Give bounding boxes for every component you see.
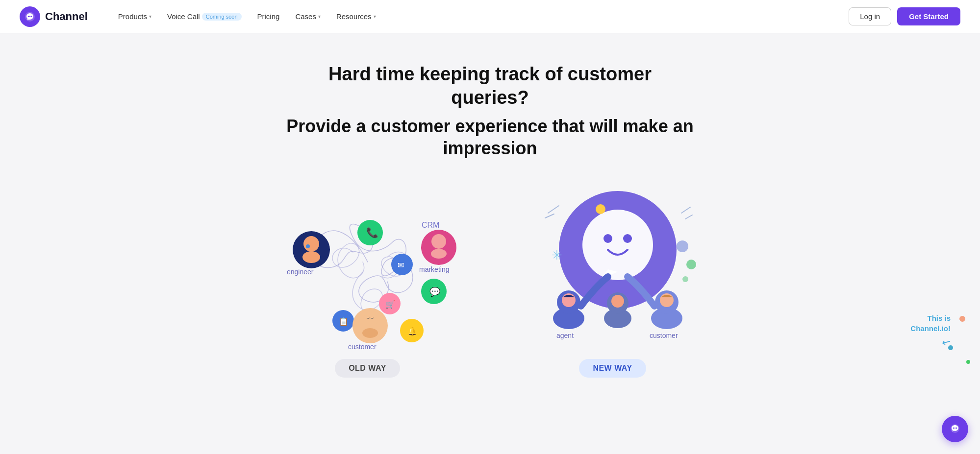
- illustrations-section: CRM 📞 ✉ 💬 🛒 📋 🔔: [0, 159, 980, 397]
- svg-point-26: [431, 249, 447, 259]
- old-way-badge: OLD WAY: [335, 359, 400, 378]
- decorative-dot-pink: [959, 316, 965, 322]
- nav-item-voice-call[interactable]: Voice Call Coming soon: [160, 8, 249, 24]
- svg-text:🔔: 🔔: [407, 327, 417, 336]
- svg-point-36: [677, 240, 688, 252]
- svg-point-56: [955, 428, 955, 429]
- new-way-diagram: ✳: [510, 174, 716, 350]
- chevron-down-icon: ▾: [374, 14, 376, 19]
- svg-text:CRM: CRM: [422, 221, 439, 229]
- svg-text:✉: ✉: [398, 261, 404, 269]
- login-button[interactable]: Log in: [849, 7, 891, 25]
- svg-point-55: [953, 428, 954, 429]
- svg-text:customer: customer: [348, 343, 377, 350]
- nav-links: Products ▾ Voice Call Coming soon Pricin…: [111, 8, 849, 24]
- svg-point-6: [302, 251, 320, 263]
- svg-point-2: [29, 16, 30, 17]
- svg-point-57: [956, 428, 957, 429]
- svg-line-50: [548, 206, 559, 213]
- nav-item-pricing[interactable]: Pricing: [251, 8, 287, 24]
- nav-actions: Log in Get Started: [849, 7, 960, 25]
- svg-point-32: [603, 234, 612, 243]
- nav-item-products[interactable]: Products ▾: [111, 8, 158, 24]
- svg-text:marketing: marketing: [419, 265, 449, 273]
- logo-text: Channel: [45, 10, 88, 23]
- svg-text:✳: ✳: [552, 248, 562, 263]
- svg-text:customer: customer: [650, 332, 678, 339]
- svg-text:📋: 📋: [339, 317, 349, 326]
- svg-point-47: [611, 295, 624, 308]
- svg-point-23: [362, 328, 378, 338]
- svg-point-25: [431, 234, 446, 249]
- svg-point-33: [623, 234, 632, 243]
- hero-section: Hard time keeping track of customer quer…: [0, 33, 980, 159]
- new-way-illustration: ✳: [510, 174, 716, 378]
- svg-point-3: [31, 16, 32, 17]
- nav-item-resources[interactable]: Resources ▾: [329, 8, 383, 24]
- nav-item-cases[interactable]: Cases ▾: [288, 8, 327, 24]
- decorative-dot-blue: [948, 345, 953, 350]
- svg-text:engineer: engineer: [287, 268, 314, 276]
- svg-point-37: [686, 260, 696, 269]
- svg-text:agent: agent: [556, 332, 574, 339]
- hero-title-line1: Hard time keeping track of customer quer…: [294, 63, 686, 109]
- chat-widget-button[interactable]: [942, 416, 968, 442]
- svg-text:🛒: 🛒: [385, 300, 395, 309]
- annotation-text: This isChannel.io!: [910, 313, 951, 334]
- navbar: Channel Products ▾ Voice Call Coming soo…: [0, 0, 980, 33]
- channel-annotation: This isChannel.io! ↙: [910, 313, 951, 348]
- hero-title-line2: Provide a customer experience that will …: [270, 115, 711, 159]
- get-started-button[interactable]: Get Started: [897, 7, 960, 25]
- svg-text:💬: 💬: [429, 287, 441, 297]
- chevron-down-icon: ▾: [318, 14, 321, 19]
- svg-point-5: [303, 236, 319, 252]
- svg-point-31: [582, 210, 653, 280]
- chaos-diagram: CRM 📞 ✉ 💬 🛒 📋 🔔: [265, 174, 471, 350]
- svg-line-52: [681, 207, 690, 213]
- svg-point-7: [306, 244, 310, 248]
- svg-point-22: [363, 312, 377, 327]
- decorative-dot-green: [966, 360, 970, 364]
- chevron-down-icon: ▾: [149, 14, 151, 19]
- svg-line-53: [685, 215, 692, 219]
- svg-point-1: [28, 16, 29, 17]
- svg-point-38: [682, 276, 688, 282]
- coming-soon-badge: Coming soon: [202, 13, 242, 21]
- svg-text:📞: 📞: [366, 227, 378, 239]
- svg-point-35: [596, 204, 605, 214]
- old-way-illustration: CRM 📞 ✉ 💬 🛒 📋 🔔: [265, 174, 471, 378]
- logo[interactable]: Channel: [20, 6, 88, 27]
- logo-icon: [20, 6, 40, 27]
- new-way-badge: NEW WAY: [579, 359, 646, 378]
- svg-line-51: [545, 214, 554, 218]
